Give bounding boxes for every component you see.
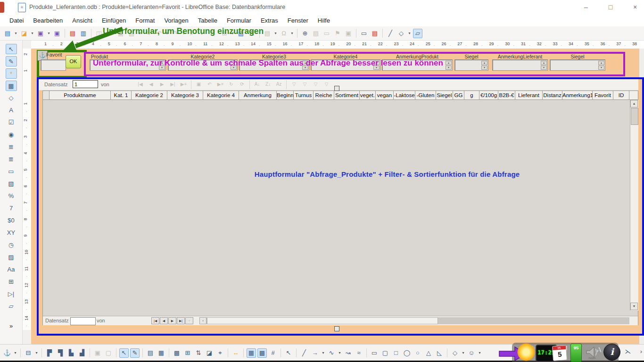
form-design-icon[interactable]: ▦	[6, 81, 17, 91]
column-header-reiche[interactable]: Reiche	[314, 91, 334, 99]
basic-shapes-icon[interactable]: ◇	[396, 29, 406, 38]
spin-buttons[interactable]: ▲▼	[598, 61, 604, 70]
insert-page-break-icon[interactable]: ▤	[311, 29, 321, 38]
label-field-icon[interactable]: ◇	[6, 93, 17, 103]
menu-item-hilfe[interactable]: Hilfe	[313, 16, 335, 25]
last-record-button[interactable]: ▶|	[177, 317, 185, 324]
triangle-icon[interactable]: △	[424, 348, 433, 358]
new-document-icon[interactable]: ▤	[3, 29, 12, 38]
column-header-favorit[interactable]: Favorit	[593, 91, 613, 99]
text-box-icon[interactable]: A	[6, 105, 17, 115]
column-header-id[interactable]: ID	[613, 91, 629, 99]
list-box-icon[interactable]: ≣	[6, 142, 17, 152]
insert-field-icon-dropdown[interactable]: ▾	[273, 31, 278, 35]
right-triangle-icon[interactable]: ◺	[435, 348, 444, 358]
design-mode-icon[interactable]: ✎	[130, 348, 140, 358]
spin-up-icon[interactable]: ▲	[598, 61, 604, 65]
scroll-left-icon[interactable]: ‹	[199, 317, 206, 324]
scroll-down-icon[interactable]: ▼	[630, 303, 638, 310]
spin-up-icon[interactable]: ▲	[481, 61, 487, 65]
currency-field-icon[interactable]: $0	[6, 215, 17, 226]
new-record-icon[interactable]: ▶+	[179, 80, 189, 89]
date-field-icon[interactable]: 7	[6, 203, 17, 214]
check-box-icon[interactable]: ☑	[6, 117, 17, 128]
bring-to-front-icon[interactable]: ▛	[45, 348, 54, 358]
insert-comment-icon[interactable]: ▭	[359, 29, 369, 38]
column-header-turnus[interactable]: Turnus	[294, 91, 314, 99]
position-size-icon[interactable]: ↔	[231, 348, 240, 358]
table-control-icon[interactable]: ⊞	[6, 277, 17, 287]
spin-buttons[interactable]: ▲▼	[446, 61, 452, 70]
column-header-lieferant[interactable]: Lieferant	[515, 91, 543, 99]
filter-navigator-icon[interactable]: ▽	[311, 80, 321, 89]
close-button[interactable]: ×	[631, 3, 639, 11]
save-icon[interactable]: ▣	[36, 29, 45, 38]
smiley-shape-icon-dropdown[interactable]: ▾	[478, 351, 482, 355]
freeform-line-icon[interactable]: ≈	[354, 348, 363, 358]
more-controls-icon[interactable]: ▱	[6, 301, 17, 312]
record-changes-icon[interactable]: ▤	[370, 29, 380, 38]
option-button-icon[interactable]: ◉	[6, 130, 17, 140]
toolbar-more-icon[interactable]: ›	[636, 347, 644, 356]
column-header-siegel[interactable]: Siegel	[436, 91, 453, 99]
open-icon[interactable]: ◪	[19, 29, 29, 38]
save-icon-dropdown[interactable]: ▾	[47, 31, 51, 35]
battery-widget[interactable]: 95	[570, 344, 582, 362]
speaker-widget[interactable]	[584, 344, 602, 361]
menu-item-datei[interactable]: Datei	[5, 16, 28, 25]
sort-ascending-icon[interactable]: A↓	[252, 80, 262, 89]
insert-field-icon[interactable]: ▤	[263, 29, 272, 38]
menu-item-formular[interactable]: Formular	[222, 16, 256, 25]
bring-forward-icon[interactable]: ▜	[56, 348, 65, 358]
automatic-control-focus-icon[interactable]: ⌖	[215, 348, 225, 358]
field-input[interactable]: ▲▼	[492, 59, 548, 71]
form-navigator-icon[interactable]: ▩	[172, 348, 182, 358]
new-document-icon-dropdown[interactable]: ▾	[14, 31, 18, 35]
activation-order-icon[interactable]: ⇅	[194, 348, 203, 358]
select-icon[interactable]: ↖	[119, 348, 129, 358]
spin-down-icon[interactable]: ▼	[446, 66, 452, 70]
autofilter-icon[interactable]: Az	[274, 80, 284, 89]
arrow-icon[interactable]: →	[310, 348, 320, 358]
column-header-kategorie-4[interactable]: Kategorie 4	[203, 91, 239, 99]
send-to-back-icon[interactable]: ▟	[77, 348, 87, 358]
column-header-anmerkung1[interactable]: Anmerkung1	[562, 91, 593, 99]
new-record-button[interactable]: +	[185, 317, 193, 324]
apply-filter-icon[interactable]: ▽	[300, 80, 310, 89]
vertical-scroll-thumb[interactable]	[631, 108, 638, 125]
basic-shapes-icon-dropdown[interactable]: ▾	[461, 351, 465, 355]
favorit-input[interactable]	[41, 59, 66, 71]
open-in-design-mode-icon[interactable]: ◪	[205, 348, 214, 358]
column-header-gg[interactable]: GG	[453, 91, 464, 99]
menu-item-format[interactable]: Format	[131, 16, 159, 25]
edit-points-icon[interactable]: ⋋	[623, 347, 633, 356]
previous-record-icon[interactable]: ◀	[146, 80, 156, 89]
vertical-scrollbar[interactable]: ▲ ▼	[630, 100, 638, 311]
arrow-icon-dropdown[interactable]: ▾	[321, 351, 325, 355]
square-icon[interactable]: □	[391, 348, 401, 358]
spin-down-icon[interactable]: ▼	[541, 66, 547, 70]
first-record-icon[interactable]: |◀	[135, 80, 145, 89]
helplines-icon[interactable]: #	[268, 348, 278, 358]
menu-item-tabelle[interactable]: Tabelle	[193, 16, 222, 25]
column-header-sortiment[interactable]: Sortiment	[334, 91, 360, 99]
column-header-kat-1[interactable]: Kat. 1	[111, 91, 132, 99]
minimize-button[interactable]: –	[582, 3, 590, 11]
info-widget[interactable]: i	[603, 344, 620, 361]
combo-box-icon[interactable]: ≣	[6, 154, 17, 165]
duplicate-page-icon[interactable]: ▣	[344, 29, 353, 38]
time-field-icon[interactable]: ◷	[6, 240, 17, 250]
push-button-icon[interactable]: ▭	[6, 166, 17, 177]
pattern-field-icon[interactable]: XY	[6, 228, 17, 238]
form-properties-icon[interactable]: ▦	[157, 348, 166, 358]
menu-item-fenster[interactable]: Fenster	[283, 16, 313, 25]
control-properties-icon[interactable]: ▤	[146, 348, 155, 358]
first-record-button[interactable]: |◀	[151, 317, 159, 324]
open-icon-dropdown[interactable]: ▾	[30, 31, 34, 35]
column-header-b2b-[interactable]: B2B-€	[498, 91, 515, 99]
field-input[interactable]: ▲▼	[550, 59, 605, 71]
weather-sun-widget[interactable]	[517, 343, 535, 361]
delete-record-icon[interactable]: ▶×	[215, 80, 225, 89]
snap-to-grid-icon[interactable]: ▩	[257, 348, 267, 358]
ungroup-icon[interactable]: ▢	[104, 348, 113, 358]
